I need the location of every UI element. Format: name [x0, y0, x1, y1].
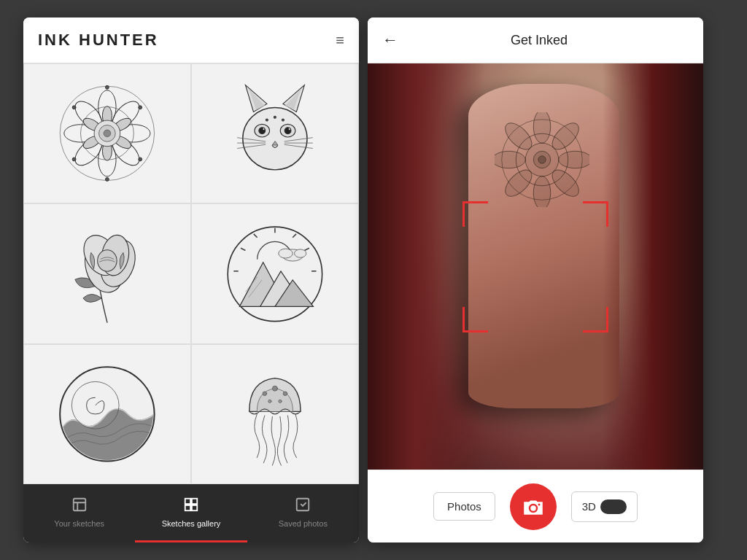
tattoo-cell-mountains[interactable] — [191, 203, 359, 343]
svg-point-86 — [559, 151, 589, 168]
back-button[interactable]: ← — [382, 31, 398, 50]
svg-point-64 — [295, 249, 306, 257]
wave-svg — [36, 355, 178, 473]
svg-point-23 — [72, 158, 76, 161]
gallery-icon — [183, 497, 199, 516]
svg-point-70 — [263, 392, 267, 396]
capture-button[interactable] — [510, 483, 557, 530]
svg-point-97 — [538, 503, 540, 505]
sketches-icon — [71, 497, 88, 516]
arm-shadow-right — [603, 63, 703, 470]
svg-point-43 — [266, 119, 268, 121]
nav-item-sketches[interactable]: Your sketches — [23, 484, 135, 542]
svg-point-71 — [272, 386, 277, 391]
svg-point-73 — [268, 400, 271, 402]
mode-3d-toggle[interactable]: 3D — [571, 491, 638, 522]
crosshair-corner-bl — [462, 307, 488, 332]
mountains-svg — [204, 215, 346, 333]
svg-point-95 — [538, 156, 546, 163]
tattoo-cell-flower[interactable] — [23, 203, 191, 343]
bottom-nav: Your sketches Sketches gallery — [23, 484, 359, 542]
left-panel: INK HUNTER ≡ — [23, 18, 359, 542]
svg-point-90 — [495, 151, 525, 168]
tattoo-cell-mandala[interactable] — [23, 63, 191, 203]
app-container: INK HUNTER ≡ — [23, 18, 724, 542]
crosshair-corner-tl — [462, 201, 488, 227]
jellyfish-svg — [204, 355, 346, 473]
svg-point-20 — [139, 106, 142, 109]
right-header: ← Get Inked — [368, 18, 703, 63]
svg-rect-79 — [192, 499, 197, 504]
svg-rect-75 — [73, 499, 85, 511]
mandala-svg — [36, 74, 178, 192]
svg-rect-80 — [185, 505, 190, 510]
crosshair-corner-tr — [583, 201, 608, 227]
svg-point-72 — [283, 392, 287, 396]
svg-point-84 — [533, 112, 550, 143]
svg-point-35 — [288, 128, 290, 131]
svg-point-34 — [263, 128, 265, 131]
camera-controls: Photos 3D — [368, 470, 703, 542]
nav-photos-label: Saved photos — [279, 519, 328, 528]
svg-point-24 — [72, 106, 76, 109]
svg-point-74 — [279, 400, 282, 402]
nav-item-gallery[interactable]: Sketches gallery — [135, 484, 247, 542]
svg-point-50 — [98, 249, 117, 271]
toggle-switch[interactable] — [600, 499, 627, 514]
cat-svg — [204, 74, 346, 192]
app-title: INK HUNTER — [38, 31, 159, 50]
flower-svg — [36, 215, 178, 333]
right-title: Get Inked — [413, 33, 665, 48]
tattoo-cell-jellyfish[interactable] — [191, 344, 359, 484]
svg-point-19 — [106, 86, 109, 90]
camera-icon — [523, 498, 543, 516]
tattoo-grid — [23, 63, 359, 484]
svg-point-44 — [274, 117, 276, 119]
nav-item-photos[interactable]: Saved photos — [247, 484, 359, 542]
mode-3d-label: 3D — [582, 500, 596, 513]
svg-point-51 — [228, 227, 322, 321]
tattoo-cell-wave[interactable] — [23, 344, 191, 484]
ar-crosshair — [462, 201, 608, 332]
nav-sketches-label: Your sketches — [54, 519, 104, 528]
photos-icon — [295, 497, 311, 516]
svg-point-18 — [104, 130, 111, 137]
camera-view — [368, 63, 703, 470]
svg-rect-81 — [192, 505, 197, 510]
svg-rect-82 — [297, 499, 309, 511]
svg-rect-78 — [185, 499, 190, 504]
svg-point-63 — [279, 249, 293, 258]
nav-gallery-label: Sketches gallery — [162, 519, 221, 528]
right-panel: ← Get Inked — [368, 18, 703, 542]
svg-point-21 — [139, 158, 142, 161]
left-header: INK HUNTER ≡ — [23, 18, 359, 63]
svg-point-22 — [106, 178, 109, 182]
menu-icon[interactable]: ≡ — [336, 32, 344, 49]
photos-button[interactable]: Photos — [433, 492, 495, 521]
crosshair-corner-br — [583, 307, 608, 332]
tattoo-cell-cat[interactable] — [191, 63, 359, 203]
svg-point-45 — [282, 119, 285, 121]
arm-mandala-tattoo — [495, 112, 589, 207]
camera-bg — [368, 63, 703, 470]
